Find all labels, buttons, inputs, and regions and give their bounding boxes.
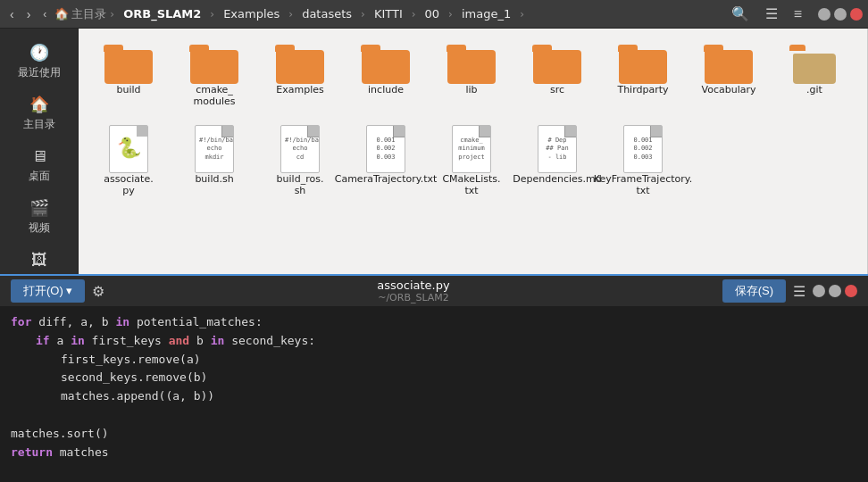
search-button[interactable]: 🔍 [726,4,755,24]
folder-lib-icon [447,45,497,84]
file-dependencies-label: Dependencies.md [513,173,601,185]
file-cmakelists[interactable]: cmake_minimumproject CMakeLists.txt [432,120,511,202]
recent-icon: 🕐 [29,43,49,62]
minimize-button[interactable] [818,8,830,21]
code-line-9 [11,461,857,480]
sidebar-item-video[interactable]: 🎬 视频 [0,191,78,243]
sidebar-label-recent: 最近使用 [18,65,61,80]
sidebar-item-desktop[interactable]: 🖥 桌面 [0,139,78,191]
editor-filename: associate.py [104,278,722,292]
breadcrumb-kitti[interactable]: KITTI [369,5,408,22]
file-keyframe-trajectory[interactable]: 0.0010.0020.003 KeyFrameTrajectory.txt [604,120,682,202]
editor-gear-button[interactable]: ⚙ [92,283,104,300]
breadcrumb-separator: › [110,8,114,21]
breadcrumb-separator-5: › [412,8,416,21]
desktop-icon: 🖥 [31,146,47,165]
save-button[interactable]: 保存(S) [722,279,786,303]
file-camera-trajectory-label: CameraTrajectory.txt [335,173,438,185]
breadcrumb-separator-3: › [288,8,293,21]
dependencies-icon: # Dep## Pan- lib [538,125,577,173]
file-cmakelists-label: CMakeLists.txt [442,173,500,196]
folder-build-label: build [116,84,140,96]
editor-menu-button[interactable]: ☰ [793,283,805,300]
code-line-1: for diff, a, b in potential_matches: [11,313,857,332]
file-build-ros-sh-label: build_ros.sh [277,173,324,196]
editor-content[interactable]: for diff, a, b in potential_matches: if … [0,306,868,482]
view-toggle-button[interactable]: ☰ [760,4,783,24]
breadcrumb-orbslam2[interactable]: ORB_SLAM2 [118,5,206,22]
code-line-5: matches.append((a, b)) [61,387,857,406]
folder-cmake-modules[interactable]: cmake_modules [175,39,254,112]
file-dependencies[interactable]: # Dep## Pan- lib Dependencies.md [518,120,597,202]
folder-vocabulary[interactable]: Vocabulary [689,39,768,112]
folder-examples-label: Examples [276,84,323,96]
open-button[interactable]: 打开(O) ▾ [11,279,85,303]
code-line-6 [11,406,857,425]
editor-path: ~/ORB_SLAM2 [104,292,722,303]
folder-lib[interactable]: lib [432,39,511,112]
file-associate-py-label: associate.py [104,173,153,196]
editor-title-area: associate.py ~/ORB_SLAM2 [104,278,722,303]
file-build-sh[interactable]: #!/bin/bashechomkdir build.sh [175,120,254,202]
keyframe-trajectory-icon: 0.0010.0020.003 [623,125,663,173]
home-breadcrumb[interactable]: 🏠主目录 [54,6,106,22]
nav-back-button[interactable]: ‹ [5,5,19,23]
nav-forward-button[interactable]: › [22,5,36,23]
folder-thirdparty[interactable]: Thirdparty [604,39,682,112]
file-build-ros-sh[interactable]: #!/bin/bashechocd build_ros.sh [261,120,339,202]
folder-build-icon [104,45,154,84]
nav-up-button[interactable]: ‹ [38,6,51,22]
file-build-sh-label: build.sh [195,173,233,185]
editor-maximize-button[interactable] [829,285,841,297]
file-associate-py[interactable]: 🐍 associate.py [89,120,168,202]
upper-area: 🕐 最近使用 🏠 主目录 🖥 桌面 🎬 视频 🖼 图片 📄 文档 [0,29,868,274]
build-sh-icon: #!/bin/bashechomkdir [195,125,234,173]
code-line-8: return matches [11,444,857,462]
file-keyframe-trajectory-label: KeyFrameTrajectory.txt [594,173,692,196]
folder-include-icon [361,45,411,84]
editor-save-controls: 保存(S) ☰ [722,279,857,303]
file-manager: build cmake_modules Examples [79,29,868,274]
code-line-4: second_keys.remove(b) [61,369,857,387]
breadcrumb-separator-6: › [448,8,453,21]
folder-git-icon [789,45,839,84]
build-ros-sh-icon: #!/bin/bashechocd [280,125,320,173]
camera-trajectory-icon: 0.0010.0020.003 [366,125,405,173]
folder-vocabulary-icon [704,45,754,84]
folder-src-icon [532,45,582,84]
sidebar-label-home: 主目录 [23,117,55,132]
window-controls [818,8,863,21]
sidebar: 🕐 最近使用 🏠 主目录 🖥 桌面 🎬 视频 🖼 图片 📄 文档 [0,29,79,274]
folder-include[interactable]: include [346,39,425,112]
editor-minimize-button[interactable] [813,285,825,297]
folder-examples[interactable]: Examples [261,39,339,112]
folder-include-label: include [368,84,404,96]
sidebar-label-desktop: 桌面 [29,169,50,184]
close-button[interactable] [850,8,863,21]
cmakelists-icon: cmake_minimumproject [452,125,491,173]
sidebar-item-home[interactable]: 🏠 主目录 [0,87,78,139]
breadcrumb-separator-7: › [520,8,524,21]
breadcrumb-image1[interactable]: image_1 [456,5,516,22]
breadcrumb-00[interactable]: 00 [420,5,446,22]
file-camera-trajectory[interactable]: 0.0010.0020.003 CameraTrajectory.txt [346,120,425,202]
folder-cmake-icon [189,45,239,84]
folder-vocabulary-label: Vocabulary [702,84,756,96]
video-icon: 🎬 [29,198,49,217]
breadcrumb-datasets[interactable]: datasets [296,5,357,22]
home-icon: 🏠 [29,95,49,113]
maximize-button[interactable] [834,8,847,21]
editor-close-button[interactable] [845,285,857,297]
breadcrumb-separator-4: › [361,8,365,21]
topbar-actions: 🔍 ☰ ≡ [726,4,863,24]
folder-build[interactable]: build [89,39,168,112]
editor-window-controls [813,285,857,297]
menu-button[interactable]: ≡ [789,4,807,24]
breadcrumb-examples[interactable]: Examples [218,5,285,22]
folder-thirdparty-icon [618,45,668,84]
sidebar-item-recent[interactable]: 🕐 最近使用 [0,36,78,87]
sidebar-label-video: 视频 [29,220,50,236]
folder-git[interactable]: .git [775,39,854,112]
folder-examples-icon [275,45,325,84]
folder-src[interactable]: src [518,39,597,112]
